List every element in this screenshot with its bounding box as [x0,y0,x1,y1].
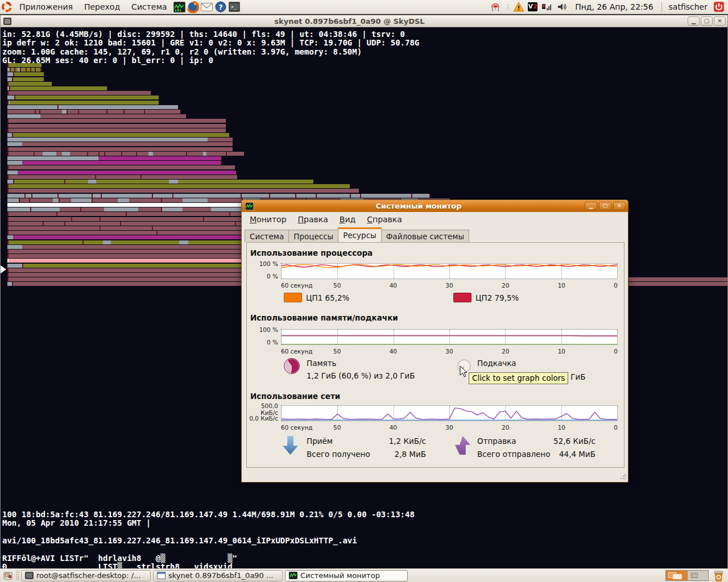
warning-notification-icon[interactable]: ! [512,0,526,14]
sysmon-menubar: МониторПравкаВидСправка [242,212,628,227]
stream-block-row [7,91,151,95]
workspace-switcher[interactable] [665,570,709,581]
stream-block-row [7,184,350,188]
resources-tab-panel: Использование процессора 100 % 0 % 60 се… [246,242,624,468]
terminal-window-title: skynet 0.897b6sbf1_0a90 @ SkyDSL [13,17,686,26]
x-tick-label: 60 секунд [281,282,313,289]
system-monitor-launcher-icon[interactable] [173,0,187,14]
sysmon-statusbar [242,468,627,481]
stream-block-row [7,95,159,99]
workspace-2[interactable] [687,571,708,580]
clock[interactable]: Пнд, 26 Апр, 22:56 [572,2,656,11]
network-y-min-label: 0,0 КиБ/с [247,415,278,422]
taskbar-button-sysmon[interactable]: Системный монитор [285,570,408,581]
desktop: skynet 0.897b6sbf1_0a90 @ SkyDSL ▁ ▢ ✕ i… [0,0,728,582]
top-panel: Приложения Переход Система ? >_ ⋮ [0,0,728,14]
panel-menus: Приложения Переход Система ? >_ [0,0,241,14]
ubuntu-logo-icon[interactable] [0,0,14,14]
cpu-section-heading: Использование процессора [250,248,373,257]
sysmon-menu-справка[interactable]: Справка [361,213,408,226]
tab-система[interactable]: Система [245,230,289,242]
workspace-1[interactable] [666,571,687,580]
x-tick-label: 20 [502,424,509,431]
terminal-minimize-button[interactable]: ▁ [688,16,700,26]
stream-block-row [7,147,233,151]
firefox-launcher-icon[interactable] [187,0,200,14]
taskbar-right [665,569,728,582]
tab-файловые-системы[interactable]: Файловые системы [381,230,469,242]
tab-процессы[interactable]: Процессы [288,230,338,242]
x-tick-label: 20 [502,348,509,355]
trash-icon[interactable] [712,569,725,582]
show-desktop-button[interactable] [1,569,15,582]
taskbar-button-label: skynet 0.897b6sbf1_0a90 ... [168,571,273,580]
task-button-list: root@satfischer-desktop: /...skynet 0.89… [21,570,410,581]
sysmon-menu-монитор[interactable]: Монитор [244,213,292,226]
mouse-cursor [460,365,468,377]
cpu1-color-swatch[interactable] [284,293,302,302]
terminal-maximize-button[interactable]: ▢ [701,16,713,26]
stream-block-row [7,128,226,132]
taskbar-button-label: Системный монитор [300,571,380,580]
sysmon-menu-вид[interactable]: Вид [334,213,361,226]
tab-ресурсы[interactable]: Ресурсы [338,227,382,242]
toy-applet-icon[interactable] [489,0,502,14]
stream-block-row [7,156,221,160]
memory-pie-icon[interactable] [284,358,300,374]
cpu-y-max-label: 100 % [247,260,278,267]
system-monitor-window-icon [244,202,254,211]
terminal-launcher-icon[interactable]: >_ [228,0,241,14]
memory-y-min-label: 0 % [247,339,278,346]
menu-applications[interactable]: Приложения [14,0,78,14]
terminal-titlebar[interactable]: skynet 0.897b6sbf1_0a90 @ SkyDSL ▁ ▢ ✕ [1,15,727,27]
stream-block-row [7,124,226,128]
volume-icon[interactable] [556,0,569,14]
tasklist-handle[interactable] [16,571,19,581]
net-out-label: Отправка [477,436,516,446]
sysmon-maximize-button[interactable]: ▢ [599,202,611,210]
left-edge-arrow-marker [1,265,6,273]
x-tick-label: 10 [558,424,565,431]
memory-legend-label: Память [307,359,337,368]
terminal-window-icon [2,16,13,26]
x-tick-label: 50 [333,424,341,431]
net-out-total: 44,4 МиБ [531,450,595,459]
upload-arrow-icon [455,436,470,455]
system-monitor-titlebar[interactable]: Системный монитор ▁ ▢ ✕ [242,200,628,212]
help-launcher-icon[interactable]: ? [214,0,228,14]
net-out-rate: 52,6 КиБ/с [531,436,595,446]
mail-launcher-icon[interactable] [200,0,214,14]
stream-block-row [7,171,236,174]
cpu-y-min-label: 0 % [247,273,278,280]
x-tick-label: 20 [502,282,509,289]
user-switcher[interactable]: satfischer [667,2,710,11]
shutdown-icon[interactable] [712,0,726,14]
network-section-heading: Использование сети [250,392,340,401]
x-tick-label: 40 [390,424,397,431]
sysmon-minimize-button[interactable]: ▁ [585,202,597,210]
stream-block-row [7,72,44,76]
network-usage-graph [281,405,618,421]
x-tick-label: 0 [614,348,618,355]
terminal-close-button[interactable]: ✕ [714,16,726,26]
sysmon-menu-правка[interactable]: Правка [292,213,334,226]
taskbar-button-window[interactable]: skynet 0.897b6sbf1_0a90 ... [153,570,283,581]
svg-text:!: ! [518,5,520,12]
v2-applet-icon[interactable]: V2 [528,2,537,11]
cpu-x-axis-labels: 60 секунд50403020100 [281,282,618,289]
system-monitor-title: Системный монитор [254,202,583,210]
x-tick-label: 60 секунд [281,348,313,355]
svg-text:>_: >_ [231,5,237,10]
cpu2-color-swatch[interactable] [453,293,471,302]
menu-system[interactable]: Система [126,0,172,14]
x-tick-label: 30 [445,282,453,289]
memory-legend-value: 1,2 ГиБ (60,6 %) из 2,0 ГиБ [307,371,415,380]
sysmon-close-button[interactable]: ✕ [613,202,626,210]
resize-grip[interactable] [620,474,626,480]
network-signal-icon[interactable] [540,0,553,14]
x-tick-label: 40 [390,348,397,355]
tray-handle: ⋮ [504,3,510,11]
menu-places[interactable]: Переход [78,0,126,14]
taskbar-button-terminal[interactable]: root@satfischer-desktop: /... [21,570,151,581]
cpu-usage-graph [281,263,618,279]
